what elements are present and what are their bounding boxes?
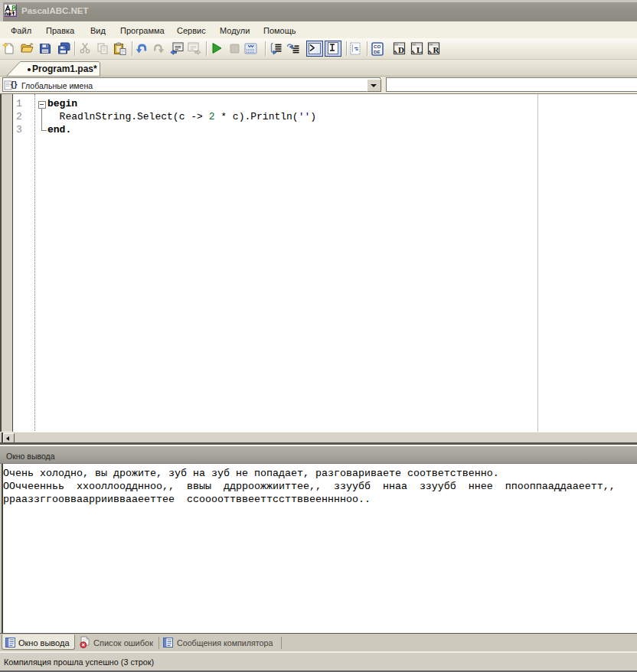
svg-text:R: R	[433, 45, 440, 54]
svg-text:D: D	[398, 45, 404, 54]
svg-text:CO: CO	[374, 44, 381, 49]
svg-text:L: L	[416, 45, 422, 54]
svg-text:DE: DE	[374, 49, 381, 54]
